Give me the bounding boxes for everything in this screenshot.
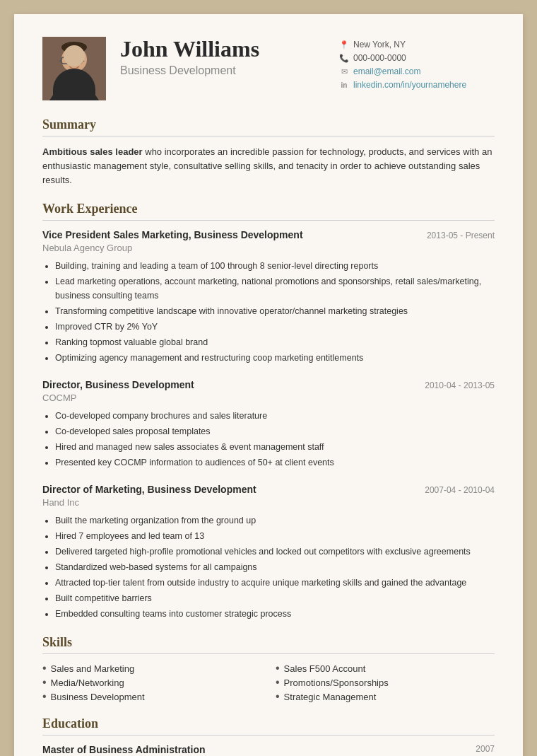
svg-line-6 xyxy=(82,60,84,62)
resume-document: John Williams Business Development 📍 New… xyxy=(14,14,523,756)
skill-item: • Sales and Marketing xyxy=(42,663,261,674)
work-section-title: Work Experience xyxy=(42,202,495,221)
svg-point-1 xyxy=(61,47,87,72)
svg-rect-3 xyxy=(73,57,82,64)
avatar xyxy=(42,37,106,100)
skills-grid: • Sales and Marketing • Sales F500 Accou… xyxy=(42,663,495,702)
work-experience-section: Work Experience Vice President Sales Mar… xyxy=(42,202,495,621)
job-company: Hand Inc xyxy=(42,497,495,508)
summary-text: Ambitious sales leader who incorporates … xyxy=(42,145,495,187)
bullet-item: Building, training and leading a team of… xyxy=(55,259,495,273)
bullet-item: Presented key COCMP information to audie… xyxy=(55,455,495,470)
contact-location: 📍 New York, NY xyxy=(339,40,495,50)
job-header: Director, Business Development 2010-04 -… xyxy=(42,379,495,390)
skills-section-title: Skills xyxy=(42,635,495,654)
education-section-title: Education xyxy=(42,716,495,735)
job-bullets: Built the marketing organization from th… xyxy=(42,513,495,621)
skill-item: • Media/Networking xyxy=(42,677,261,688)
contact-linkedin-link[interactable]: linkedin.com/in/yournamehere xyxy=(353,80,466,90)
summary-section: Summary Ambitious sales leader who incor… xyxy=(42,117,495,187)
phone-icon: 📞 xyxy=(339,54,349,63)
education-section: Education Master of Business Administrat… xyxy=(42,716,495,756)
job-dates: 2010-04 - 2013-05 xyxy=(425,380,495,390)
skill-label: Sales F500 Account xyxy=(284,663,366,674)
job-bullets: Co-developed company brochures and sales… xyxy=(42,409,495,470)
bullet-item: Improved CTR by 2% YoY xyxy=(55,320,495,334)
job-item: Director, Business Development 2010-04 -… xyxy=(42,379,495,470)
bullet-item: Co-developed sales proposal templates xyxy=(55,424,495,438)
contact-email[interactable]: ✉ email@email.com xyxy=(339,66,495,76)
skill-label: Sales and Marketing xyxy=(51,663,135,674)
job-title: Director, Business Development xyxy=(42,379,194,390)
contact-phone: 📞 000-000-0000 xyxy=(339,53,495,63)
header-title: Business Development xyxy=(120,64,325,77)
svg-rect-0 xyxy=(42,37,106,100)
skill-label: Business Development xyxy=(51,692,145,702)
contact-location-text: New York, NY xyxy=(353,40,406,50)
location-icon: 📍 xyxy=(339,40,349,50)
skill-bullet-icon: • xyxy=(42,691,47,702)
bullet-item: Hired 7 employees and led team of 13 xyxy=(55,529,495,543)
job-header: Vice President Sales Marketing, Business… xyxy=(42,229,495,240)
skills-section: Skills • Sales and Marketing • Sales F50… xyxy=(42,635,495,702)
job-title: Vice President Sales Marketing, Business… xyxy=(42,229,303,240)
job-company: Nebula Agency Group xyxy=(42,243,495,253)
bullet-item: Embedded consulting teams into customer … xyxy=(55,607,495,621)
bullet-item: Co-developed company brochures and sales… xyxy=(55,409,495,423)
skill-bullet-icon: • xyxy=(42,663,47,674)
avatar-image xyxy=(42,37,106,100)
bullet-item: Transforming competitive landscape with … xyxy=(55,304,495,318)
summary-section-title: Summary xyxy=(42,117,495,136)
job-dates: 2013-05 - Present xyxy=(427,231,495,240)
skill-item: • Sales F500 Account xyxy=(276,663,495,674)
skill-bullet-icon: • xyxy=(42,677,47,688)
email-icon: ✉ xyxy=(339,67,349,76)
bullet-item: Delivered targeted high-profile promotio… xyxy=(55,545,495,559)
linkedin-icon: in xyxy=(339,81,349,89)
svg-point-7 xyxy=(61,42,87,53)
contact-block: 📍 New York, NY 📞 000-000-0000 ✉ email@em… xyxy=(339,40,495,90)
job-bullets: Building, training and leading a team of… xyxy=(42,259,495,365)
skill-item: • Business Development xyxy=(42,691,261,702)
skill-bullet-icon: • xyxy=(276,691,280,702)
bullet-item: Built competitive barriers xyxy=(55,591,495,605)
edu-degree: Master of Business Administration xyxy=(42,744,206,755)
bullet-item: Standardized web-based systems for all c… xyxy=(55,560,495,574)
header-name-block: John Williams Business Development xyxy=(120,37,325,77)
skill-label: Promotions/Sponsorships xyxy=(284,678,389,688)
education-details: Master of Business Administration Univer… xyxy=(42,744,206,756)
skill-bullet-icon: • xyxy=(276,677,280,688)
bullet-item: Optimizing agency management and restruc… xyxy=(55,351,495,365)
bullet-item: Attracted top-tier talent from outside i… xyxy=(55,576,495,590)
contact-email-link[interactable]: email@email.com xyxy=(353,66,421,76)
contact-phone-text: 000-000-0000 xyxy=(353,53,406,63)
job-company: COCMP xyxy=(42,392,495,403)
skill-label: Media/Networking xyxy=(51,678,124,688)
contact-linkedin[interactable]: in linkedin.com/in/yournamehere xyxy=(339,80,495,90)
edu-year: 2007 xyxy=(476,744,495,754)
summary-bold: Ambitious sales leader xyxy=(42,146,143,157)
header-section: John Williams Business Development 📍 New… xyxy=(42,37,495,100)
job-item: Vice President Sales Marketing, Business… xyxy=(42,229,495,365)
avatar-svg xyxy=(42,37,106,100)
skill-item: • Promotions/Sponsorships xyxy=(276,677,495,688)
skill-bullet-icon: • xyxy=(276,663,280,674)
bullet-item: Ranking topmost valuable global brand xyxy=(55,335,495,349)
job-header: Director of Marketing, Business Developm… xyxy=(42,484,495,495)
bullet-item: Hired and managed new sales associates &… xyxy=(55,440,495,454)
bullet-item: Lead marketing operations, account marke… xyxy=(55,274,495,303)
education-item: Master of Business Administration Univer… xyxy=(42,744,495,756)
skill-label: Strategic Management xyxy=(284,692,377,702)
header-name: John Williams xyxy=(120,37,325,62)
job-item: Director of Marketing, Business Developm… xyxy=(42,484,495,621)
job-title: Director of Marketing, Business Developm… xyxy=(42,484,256,495)
bullet-item: Built the marketing organization from th… xyxy=(55,513,495,528)
skill-item: • Strategic Management xyxy=(276,691,495,702)
job-dates: 2007-04 - 2010-04 xyxy=(425,485,495,495)
